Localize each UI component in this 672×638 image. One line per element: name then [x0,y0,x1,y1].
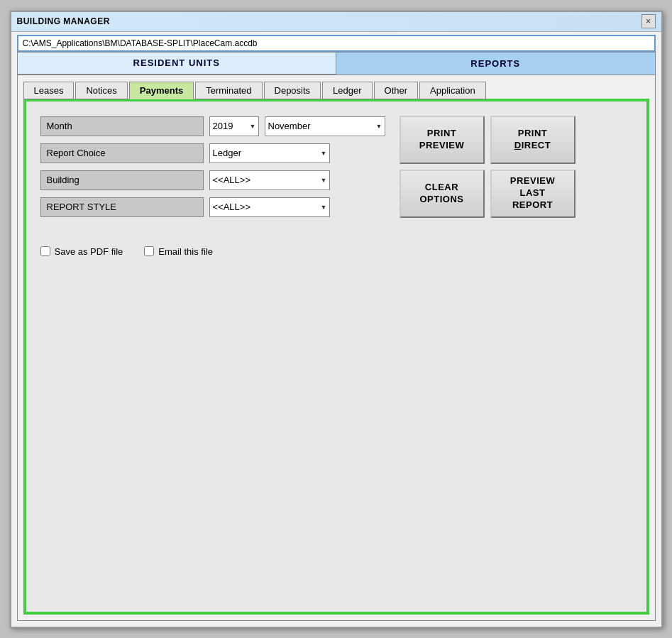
file-path: C:\AMS_Applications\BM\DATABASE-SPLIT\Pl… [23,38,258,48]
buttons-grid: PRINTPREVIEW PRINTDIRECT CLEAROPTIONS PR… [400,116,575,218]
form-and-buttons: Month 2019 2017 2018 2020 2021 [40,116,632,218]
window-title: BUILDING MANAGER [17,16,110,26]
save-pdf-checkbox[interactable] [40,246,50,256]
print-preview-button[interactable]: PRINTPREVIEW [400,116,485,164]
tab-payments[interactable]: Payments [129,82,194,99]
path-bar: C:\AMS_Applications\BM\DATABASE-SPLIT\Pl… [17,35,656,52]
checkboxes-area: Save as PDF file Email this file [40,246,632,257]
content-area: Leases Notices Payments Terminated Depos… [17,75,656,621]
email-file-checkbox[interactable] [144,246,154,256]
building-select-wrapper: <<ALL>> [209,170,330,190]
month-select[interactable]: November January February March April Ma… [265,116,385,136]
report-choice-label: Report Choice [40,143,204,163]
tab-other[interactable]: Other [374,82,419,99]
tab-terminated[interactable]: Terminated [195,82,262,99]
tab-resident-units[interactable]: RESIDENT UNITS [17,52,336,75]
title-bar: BUILDING MANAGER × [11,12,661,32]
report-style-select[interactable]: <<ALL>> [209,197,330,217]
month-label: Month [40,116,204,136]
month-row: Month 2019 2017 2018 2020 2021 [40,116,385,137]
tab-ledger[interactable]: Ledger [322,82,372,99]
tab-reports[interactable]: REPORTS [336,52,656,75]
preview-text: PREVIEW [419,140,464,150]
building-row: Building <<ALL>> [40,170,385,191]
tabs-row: Leases Notices Payments Terminated Depos… [18,75,655,99]
building-label: Building [40,170,204,190]
year-select-wrapper: 2019 2017 2018 2020 2021 [209,116,259,136]
tab-leases[interactable]: Leases [23,82,75,99]
save-pdf-label: Save as PDF file [55,246,123,257]
email-file-checkbox-label[interactable]: Email this file [144,246,213,257]
tab-notices[interactable]: Notices [75,82,127,99]
report-style-select-wrapper: <<ALL>> [209,197,330,217]
report-style-row: REPORT STYLE <<ALL>> [40,197,385,218]
report-choice-select-wrapper: Ledger Summary Detail [209,143,330,163]
report-choice-row: Report Choice Ledger Summary Detail [40,143,385,164]
top-tabs: RESIDENT UNITS REPORTS [17,52,656,75]
building-select[interactable]: <<ALL>> [209,170,330,190]
print-direct-button[interactable]: PRINTDIRECT [490,116,575,164]
clear-options-button[interactable]: CLEAROPTIONS [400,170,485,218]
form-fields: Month 2019 2017 2018 2020 2021 [40,116,385,218]
year-select[interactable]: 2019 2017 2018 2020 2021 [209,116,259,136]
month-select-wrapper: November January February March April Ma… [265,116,385,136]
report-style-label: REPORT STYLE [40,197,204,217]
save-pdf-checkbox-label[interactable]: Save as PDF file [40,246,123,257]
preview-last-report-button[interactable]: PREVIEWLASTREPORT [490,170,575,218]
main-window: BUILDING MANAGER × C:\AMS_Applications\B… [10,11,663,628]
email-file-label: Email this file [158,246,213,257]
tab-deposits[interactable]: Deposits [264,82,321,99]
payments-panel: Month 2019 2017 2018 2020 2021 [23,99,649,615]
close-button[interactable]: × [641,14,656,28]
tab-application[interactable]: Application [419,82,486,99]
report-choice-select[interactable]: Ledger Summary Detail [209,143,330,163]
